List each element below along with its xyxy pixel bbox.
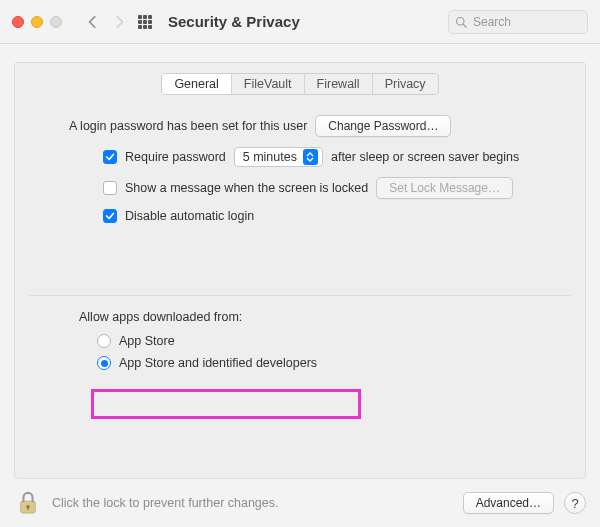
disable-auto-login-checkbox[interactable]	[103, 209, 117, 223]
title-bar: Security & Privacy	[0, 0, 600, 44]
allow-appstore-radio[interactable]	[97, 334, 111, 348]
lock-help-text: Click the lock to prevent further change…	[52, 496, 453, 510]
window-title: Security & Privacy	[168, 13, 300, 30]
tab-privacy[interactable]: Privacy	[373, 74, 438, 94]
chevron-up-down-icon	[303, 149, 318, 165]
tabs: General FileVault Firewall Privacy	[15, 73, 585, 95]
zoom-window-icon	[50, 16, 62, 28]
annotation-highlight	[91, 389, 361, 419]
tab-filevault[interactable]: FileVault	[232, 74, 305, 94]
forward-button[interactable]	[106, 11, 132, 33]
advanced-button[interactable]: Advanced…	[463, 492, 554, 514]
show-all-prefs-button[interactable]	[132, 15, 164, 29]
svg-rect-4	[27, 507, 28, 510]
allow-apps-section: Allow apps downloaded from: App Store Ap…	[15, 296, 585, 370]
chevron-left-icon	[86, 15, 100, 29]
change-password-button[interactable]: Change Password…	[315, 115, 451, 137]
disable-auto-login-label: Disable automatic login	[125, 209, 254, 223]
search-icon	[455, 16, 467, 28]
login-password-text: A login password has been set for this u…	[69, 119, 307, 133]
close-window-icon[interactable]	[12, 16, 24, 28]
require-password-suffix: after sleep or screen saver begins	[331, 150, 519, 164]
traffic-lights	[12, 16, 62, 28]
checkmark-icon	[105, 211, 115, 221]
login-password-section: A login password has been set for this u…	[15, 95, 585, 223]
tab-general[interactable]: General	[162, 74, 231, 94]
allow-appstore-identified-radio[interactable]	[97, 356, 111, 370]
search-wrap	[448, 10, 588, 34]
help-button[interactable]: ?	[564, 492, 586, 514]
allow-appstore-identified-label: App Store and identified developers	[119, 356, 317, 370]
show-lock-message-checkbox[interactable]	[103, 181, 117, 195]
footer: Click the lock to prevent further change…	[0, 479, 600, 527]
grid-icon	[138, 15, 154, 29]
require-password-delay-select[interactable]: 5 minutes	[234, 147, 323, 167]
allow-apps-label: Allow apps downloaded from:	[79, 310, 557, 324]
require-password-checkbox[interactable]	[103, 150, 117, 164]
tab-firewall[interactable]: Firewall	[305, 74, 373, 94]
checkmark-icon	[105, 152, 115, 162]
lock-icon	[17, 490, 39, 516]
back-button[interactable]	[80, 11, 106, 33]
require-password-label: Require password	[125, 150, 226, 164]
allow-appstore-label: App Store	[119, 334, 175, 348]
set-lock-message-button: Set Lock Message…	[376, 177, 513, 199]
show-lock-message-label: Show a message when the screen is locked	[125, 181, 368, 195]
preferences-panel: General FileVault Firewall Privacy A log…	[14, 62, 586, 479]
lock-button[interactable]	[14, 489, 42, 517]
minimize-window-icon[interactable]	[31, 16, 43, 28]
svg-line-1	[463, 24, 466, 27]
chevron-right-icon	[112, 15, 126, 29]
search-input[interactable]	[448, 10, 588, 34]
require-password-delay-value: 5 minutes	[243, 150, 297, 164]
